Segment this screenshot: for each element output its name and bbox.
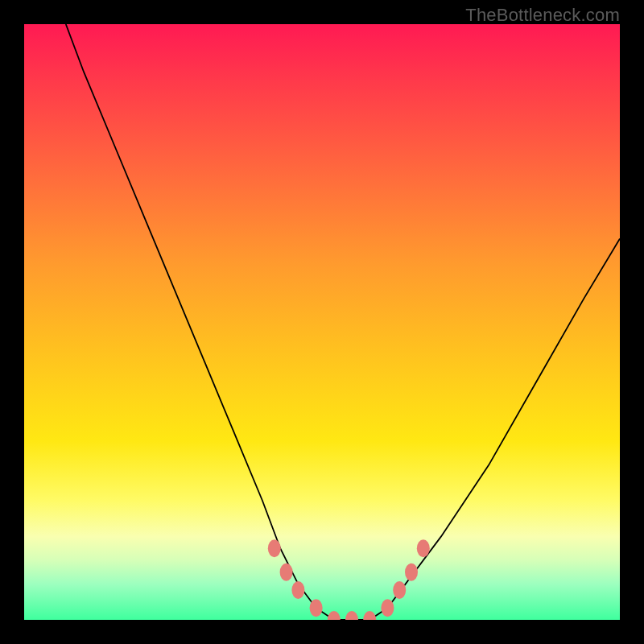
trough-marker xyxy=(345,611,358,620)
trough-marker xyxy=(393,581,406,599)
trough-marker xyxy=(328,611,341,620)
chart-plot-area xyxy=(24,24,620,620)
trough-marker xyxy=(363,611,376,620)
trough-marker xyxy=(417,539,430,557)
trough-marker xyxy=(291,581,304,599)
trough-marker xyxy=(310,599,323,617)
chart-frame: TheBottleneck.com xyxy=(0,0,644,644)
trough-markers xyxy=(268,539,430,620)
watermark-text: TheBottleneck.com xyxy=(465,5,620,26)
bottleneck-curve xyxy=(66,24,620,620)
trough-marker xyxy=(381,599,394,617)
trough-marker xyxy=(280,564,293,581)
trough-marker xyxy=(405,564,418,581)
trough-marker xyxy=(268,539,281,557)
chart-svg xyxy=(24,24,620,620)
